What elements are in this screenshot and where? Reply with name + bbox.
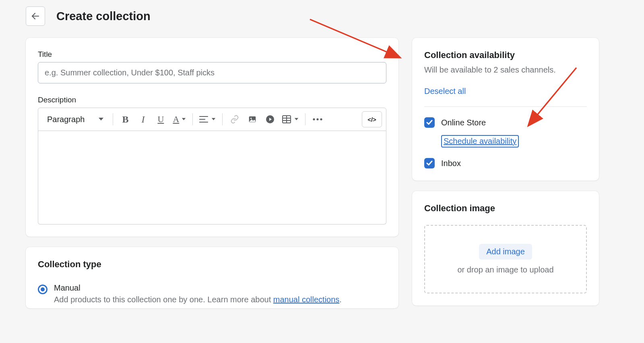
bold-button[interactable]: B xyxy=(117,111,133,127)
divider xyxy=(424,106,587,107)
source-code-label: </> xyxy=(367,116,376,123)
description-label: Description xyxy=(38,96,386,104)
italic-button[interactable]: I xyxy=(135,111,151,127)
collection-type-heading: Collection type xyxy=(38,259,386,270)
add-image-button[interactable]: Add image xyxy=(479,244,532,260)
title-description-card: Title Description Paragraph B I U xyxy=(26,38,398,237)
toolbar-separator xyxy=(113,113,113,125)
availability-card: Collection availability Will be availabl… xyxy=(412,38,599,181)
channel-label: Inbox xyxy=(441,159,461,168)
back-button[interactable] xyxy=(26,6,45,26)
deselect-all-link[interactable]: Deselect all xyxy=(424,87,466,96)
page-header: Create collection xyxy=(26,6,625,26)
manual-collections-link[interactable]: manual collections xyxy=(273,295,340,304)
dropzone-help-text: or drop an image to upload xyxy=(457,265,553,274)
image-icon xyxy=(248,115,257,124)
title-label: Title xyxy=(38,50,386,59)
radio-option-manual[interactable]: Manual Add products to this collection o… xyxy=(38,283,386,304)
format-dropdown-label: Paragraph xyxy=(47,115,85,124)
title-input[interactable] xyxy=(38,62,386,83)
check-icon xyxy=(426,160,433,166)
channel-row-online-store: Online Store xyxy=(424,117,587,128)
table-button[interactable] xyxy=(280,111,301,127)
dots-horizontal-icon xyxy=(312,118,323,121)
align-button[interactable] xyxy=(197,111,218,127)
chevron-down-icon xyxy=(294,118,299,121)
availability-subtext: Will be available to 2 sales channels. xyxy=(424,65,587,75)
check-icon xyxy=(426,120,433,125)
description-editor[interactable] xyxy=(38,131,386,225)
underline-button[interactable]: U xyxy=(153,111,169,127)
image-button[interactable] xyxy=(244,111,260,127)
collection-image-heading: Collection image xyxy=(424,203,587,214)
channel-row-inbox: Inbox xyxy=(424,158,587,168)
channel-checkbox[interactable] xyxy=(424,158,435,168)
rte-toolbar: Paragraph B I U A xyxy=(38,108,386,131)
arrow-left-icon xyxy=(31,11,40,21)
align-left-icon xyxy=(199,116,208,123)
svg-point-12 xyxy=(317,118,319,120)
radio-help-text: Add products to this collection one by o… xyxy=(54,295,342,304)
toolbar-separator xyxy=(305,113,305,125)
play-circle-icon xyxy=(265,114,275,124)
chevron-down-icon xyxy=(182,118,186,121)
channel-checkbox[interactable] xyxy=(424,117,435,128)
svg-point-11 xyxy=(313,118,315,120)
collection-image-card: Collection image Add image or drop an im… xyxy=(412,191,599,306)
toolbar-separator xyxy=(222,113,223,125)
link-button[interactable] xyxy=(227,111,243,127)
channel-label: Online Store xyxy=(441,118,486,127)
format-dropdown[interactable]: Paragraph xyxy=(42,111,109,127)
svg-point-5 xyxy=(250,118,252,119)
collection-type-card: Collection type Manual Add products to t… xyxy=(26,247,398,308)
source-code-button[interactable]: </> xyxy=(362,111,382,127)
table-icon xyxy=(282,115,291,123)
chevron-down-icon xyxy=(98,117,104,121)
schedule-availability-link[interactable]: Schedule availability xyxy=(441,135,519,148)
chevron-down-icon xyxy=(211,118,216,121)
toolbar-separator xyxy=(192,113,193,125)
image-dropzone[interactable]: Add image or drop an image to upload xyxy=(424,225,587,293)
radio-label: Manual xyxy=(54,283,342,293)
text-color-button[interactable]: A xyxy=(170,111,188,127)
svg-point-13 xyxy=(320,118,322,120)
radio-button[interactable] xyxy=(38,285,47,294)
link-icon xyxy=(230,115,239,124)
availability-heading: Collection availability xyxy=(424,50,587,60)
more-button[interactable] xyxy=(310,111,326,127)
page-title: Create collection xyxy=(56,10,151,23)
video-button[interactable] xyxy=(262,111,278,127)
